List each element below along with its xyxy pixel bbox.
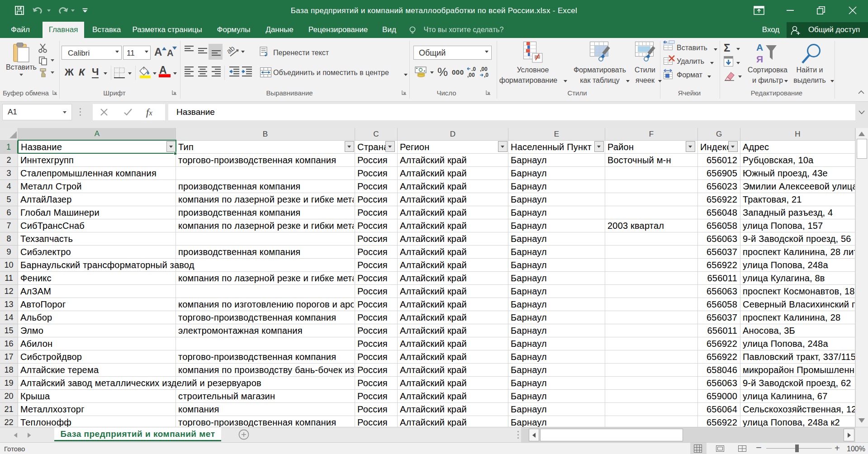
svg-text:,00: ,00 xyxy=(467,72,475,78)
svg-text:Я: Я xyxy=(756,54,763,64)
svg-text:,00: ,00 xyxy=(480,66,488,72)
svg-text:,0: ,0 xyxy=(484,72,489,78)
svg-text:А: А xyxy=(756,42,763,52)
svg-text:.0: .0 xyxy=(471,66,476,72)
